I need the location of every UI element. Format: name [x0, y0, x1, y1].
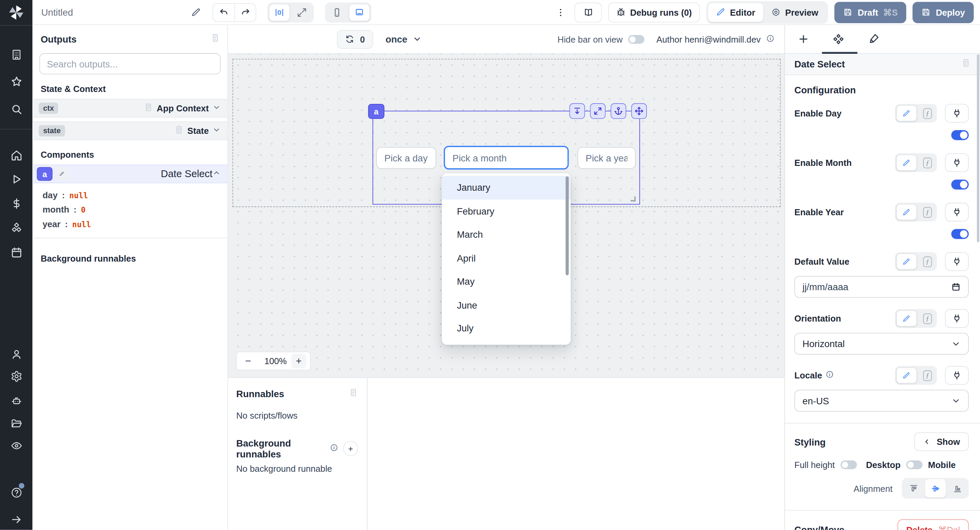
- connect-plug-icon[interactable]: [945, 153, 969, 172]
- enable-month-toggle[interactable]: [951, 179, 969, 189]
- search-icon[interactable]: [0, 99, 33, 119]
- styling-tab[interactable]: [867, 33, 879, 45]
- undo-button[interactable]: [213, 3, 234, 21]
- anchor-icon[interactable]: [611, 103, 626, 119]
- full-height-toggle[interactable]: [840, 461, 857, 469]
- function-mode-icon[interactable]: ƒ: [920, 254, 936, 270]
- dropdown-option[interactable]: February: [442, 199, 571, 223]
- centered-layout-button[interactable]: [269, 3, 290, 21]
- maximize-icon[interactable]: [590, 103, 606, 119]
- dropdown-option[interactable]: May: [442, 270, 571, 293]
- function-mode-icon[interactable]: ƒ: [920, 105, 936, 121]
- dropdown-option[interactable]: June: [442, 293, 571, 317]
- doc-icon[interactable]: [211, 33, 220, 45]
- dropdown-option[interactable]: April: [442, 246, 571, 270]
- mobile-view-button[interactable]: [326, 3, 347, 21]
- help-icon[interactable]: [0, 482, 33, 503]
- hide-bar-toggle[interactable]: [628, 35, 644, 44]
- function-mode-icon[interactable]: ƒ: [920, 367, 936, 383]
- info-icon[interactable]: [330, 443, 338, 454]
- align-center-button[interactable]: [925, 479, 946, 497]
- orientation-select[interactable]: Horizontal: [794, 333, 969, 354]
- connect-plug-icon[interactable]: [945, 104, 969, 123]
- calendar-icon[interactable]: [0, 242, 33, 262]
- doc-icon[interactable]: [349, 388, 358, 400]
- cubes-icon[interactable]: [0, 218, 33, 238]
- enable-day-toggle[interactable]: [951, 130, 969, 140]
- align-top-button[interactable]: [903, 479, 924, 497]
- redo-button[interactable]: [234, 3, 256, 21]
- panel-scrollbar[interactable]: [977, 54, 979, 242]
- delete-component-button[interactable]: Delete ⌘Del: [897, 519, 969, 530]
- component-settings-tab[interactable]: [833, 33, 845, 45]
- doc-icon[interactable]: [961, 58, 971, 70]
- debug-runs-button[interactable]: Debug runs (0): [608, 2, 700, 22]
- resize-handle[interactable]: [630, 196, 636, 202]
- default-value-date-input[interactable]: jj/mm/aaaa: [794, 276, 969, 298]
- expand-down-icon[interactable]: [569, 103, 585, 119]
- component-row-a[interactable]: a Date Select: [33, 164, 228, 183]
- output-row-ctx[interactable]: ctx App Context: [33, 99, 228, 118]
- edit-title-pencil-icon[interactable]: [191, 7, 201, 17]
- json-prop-day[interactable]: day:null: [43, 188, 228, 203]
- move-icon[interactable]: [631, 103, 647, 119]
- building-icon[interactable]: [0, 44, 33, 64]
- json-prop-month[interactable]: month:0: [43, 203, 228, 217]
- insert-component-tab[interactable]: [798, 33, 810, 45]
- deploy-button[interactable]: Deploy: [913, 2, 974, 23]
- static-mode-pencil-icon[interactable]: [896, 155, 917, 171]
- connect-plug-icon[interactable]: [945, 203, 969, 221]
- play-icon[interactable]: [0, 169, 33, 189]
- zoom-out-button[interactable]: [240, 354, 256, 369]
- static-mode-pencil-icon[interactable]: [896, 105, 917, 121]
- connect-plug-icon[interactable]: [945, 366, 969, 385]
- static-mode-pencil-icon[interactable]: [896, 310, 917, 327]
- editor-tab[interactable]: Editor: [708, 3, 763, 21]
- static-mode-pencil-icon[interactable]: [896, 367, 917, 383]
- star-icon[interactable]: [0, 71, 33, 91]
- month-picker-input[interactable]: [444, 146, 569, 170]
- output-row-state[interactable]: state State: [33, 121, 228, 140]
- folder-icon[interactable]: [0, 413, 33, 434]
- dollar-icon[interactable]: [0, 193, 33, 214]
- function-mode-icon[interactable]: ƒ: [920, 155, 936, 171]
- dropdown-option[interactable]: January: [442, 176, 571, 199]
- year-picker-input[interactable]: [578, 147, 636, 169]
- fullscreen-layout-button[interactable]: [291, 3, 312, 21]
- function-mode-icon[interactable]: ƒ: [920, 310, 936, 327]
- rename-component-pencil-icon[interactable]: [56, 168, 68, 180]
- json-prop-year[interactable]: year:null: [43, 217, 228, 231]
- eye-icon[interactable]: [0, 435, 33, 455]
- windmill-logo[interactable]: [0, 0, 33, 25]
- info-icon[interactable]: [826, 370, 834, 380]
- connect-plug-icon[interactable]: [945, 309, 969, 328]
- desktop-toggle[interactable]: [906, 461, 923, 469]
- locale-select[interactable]: en-US: [794, 390, 969, 412]
- align-bottom-button[interactable]: [947, 479, 968, 497]
- dropdown-option[interactable]: March: [442, 223, 571, 246]
- info-icon[interactable]: [766, 34, 775, 45]
- dropdown-option[interactable]: August: [442, 340, 571, 345]
- show-styling-button[interactable]: Show: [914, 432, 969, 451]
- connect-plug-icon[interactable]: [945, 252, 969, 271]
- app-canvas[interactable]: a: [228, 54, 784, 377]
- dropdown-scrollbar[interactable]: [566, 176, 569, 275]
- kebab-menu-icon[interactable]: [556, 7, 566, 17]
- home-icon[interactable]: [0, 145, 33, 165]
- search-outputs-input[interactable]: [40, 53, 221, 74]
- draft-button[interactable]: Draft ⌘S: [835, 2, 907, 23]
- robot-icon[interactable]: [0, 390, 33, 410]
- day-picker-input[interactable]: [376, 147, 436, 169]
- dropdown-option[interactable]: July: [442, 316, 571, 340]
- preview-tab[interactable]: Preview: [763, 3, 826, 21]
- enable-year-toggle[interactable]: [951, 229, 969, 239]
- desktop-view-button[interactable]: [349, 3, 370, 21]
- add-background-runnable-button[interactable]: [343, 441, 358, 456]
- static-mode-pencil-icon[interactable]: [896, 204, 917, 220]
- user-icon[interactable]: [0, 344, 33, 364]
- gear-icon[interactable]: [0, 366, 33, 386]
- static-mode-pencil-icon[interactable]: [896, 254, 917, 270]
- run-mode-dropdown[interactable]: once: [382, 33, 425, 45]
- function-mode-icon[interactable]: ƒ: [920, 204, 936, 220]
- docs-book-button[interactable]: [574, 2, 602, 22]
